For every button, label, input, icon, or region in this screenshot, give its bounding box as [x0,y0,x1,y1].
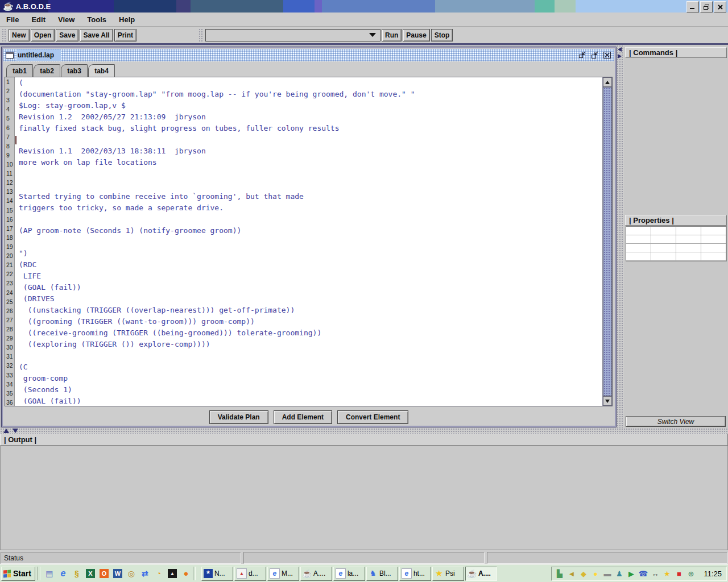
excel-icon[interactable]: X [86,569,95,578]
properties-cell[interactable] [701,235,726,244]
switch-view-button[interactable]: Switch View [626,416,726,427]
properties-cell[interactable] [676,244,701,252]
vertical-splitter[interactable] [617,43,624,428]
task-icon: e [336,568,346,579]
properties-cell[interactable] [701,244,726,252]
properties-cell[interactable] [626,244,651,252]
search-icon[interactable]: ◎ [127,569,136,578]
editor-tab[interactable]: tab2 [34,64,60,77]
plan-action-button[interactable]: Validate Plan [209,410,268,424]
run-control-button[interactable]: Stop [431,29,453,41]
code-line [19,350,602,361]
properties-cell[interactable] [676,252,701,261]
task-bluej[interactable]: ♞ Bl... [366,567,398,581]
close-icon[interactable] [714,1,726,13]
menu-item[interactable]: Tools [81,15,113,24]
menu-item[interactable]: File [0,15,25,24]
status-cell [243,552,484,564]
desktop-tool-icon[interactable]: ▙ [555,569,564,579]
printer-icon[interactable]: ▬ [602,569,612,579]
task-psi[interactable]: ★ Psi [432,567,464,581]
line-number: 9 [5,151,14,160]
scroll-down-button[interactable] [603,396,612,406]
properties-cell[interactable] [676,227,701,235]
toolbar-button[interactable]: Save All [80,29,113,41]
toolbar-button[interactable]: Save [56,29,78,41]
frame-iconify-button[interactable] [577,50,587,60]
run-target-combobox[interactable] [205,29,380,41]
schedule-icon[interactable]: ⊕ [686,569,696,579]
run-control-button[interactable]: Pause [403,29,429,41]
scrollbar-thumb[interactable] [603,87,612,396]
editor-tab[interactable]: tab3 [61,64,88,77]
collapse-left-icon[interactable] [618,47,622,52]
collapse-right-icon[interactable] [618,54,622,59]
sync-icon[interactable]: ⇄ [140,569,150,578]
task-abode-2[interactable]: ☕ A.... [300,567,332,581]
line-number: 27 [5,315,14,325]
task-la[interactable]: e la... [333,567,365,581]
menu-item[interactable]: Help [113,15,141,24]
line-number: 24 [5,288,14,297]
properties-cell[interactable] [701,227,726,235]
menu-item[interactable]: Edit [25,15,52,24]
volume-icon[interactable]: ◄ [566,569,576,579]
shell-icon[interactable]: ◆ [578,569,588,579]
restore-button[interactable] [700,1,713,13]
lightbulb-icon[interactable]: ● [590,569,600,579]
editor-tab[interactable]: tab1 [6,64,33,77]
menu-item[interactable]: View [52,15,81,24]
toolbar-button[interactable]: New [9,29,30,41]
plan-action-button[interactable]: Convert Element [337,410,408,424]
properties-cell[interactable] [651,244,676,252]
properties-cell[interactable] [626,227,651,235]
user-icon[interactable]: ♟ [614,569,624,579]
toolbar-grip[interactable] [2,28,7,42]
minimize-button[interactable] [686,1,699,13]
firefox-icon[interactable]: ● [181,569,191,578]
record-icon[interactable]: ■ [674,569,684,579]
plan-action-button[interactable]: Add Element [274,410,332,424]
star-icon[interactable]: ★ [662,569,672,579]
task-ht[interactable]: e ht... [399,567,431,581]
code-line: (DRIVES [19,293,602,305]
photo-icon[interactable]: ▲ [168,569,177,578]
internet-explorer-icon[interactable]: e [59,569,68,578]
word-icon[interactable]: W [113,569,122,578]
collapse-down-icon[interactable] [13,429,18,433]
frame-maximize-button[interactable] [590,50,599,60]
show-desktop-icon[interactable]: ▤ [45,569,54,578]
editor-tab[interactable]: tab4 [88,64,115,77]
task-m[interactable]: e M... [267,567,299,581]
properties-cell[interactable] [651,227,676,235]
clock-icon[interactable]: ◔ [154,569,163,578]
task-abode[interactable]: ☕ A.... [465,567,497,581]
run-control-button[interactable]: Run [382,29,402,41]
internal-frame-titlebar[interactable]: untitled.lap [3,49,614,61]
properties-cell[interactable] [651,252,676,261]
toolbar-button[interactable]: Open [31,29,55,41]
line-number: 30 [5,343,14,352]
network-activity-icon[interactable]: ↔ [650,569,660,579]
properties-cell[interactable] [626,252,651,261]
keys-icon[interactable]: § [72,569,81,578]
computer-play-icon[interactable]: ▶ [626,569,636,579]
properties-cell[interactable] [676,235,701,244]
editor-scrollbar[interactable] [602,77,612,406]
toolbar-grip-2[interactable] [198,28,204,42]
properties-cell[interactable] [651,235,676,244]
task-n[interactable]: * N... [201,567,233,581]
toolbar-button[interactable]: Print [114,29,136,41]
outlook-icon[interactable]: O [100,569,109,578]
code-text-area[interactable]: ((documentation "stay-groom.lap" "from m… [15,77,602,406]
scroll-up-button[interactable] [603,77,612,87]
task-d[interactable]: ▲ d... [234,567,266,581]
start-button[interactable]: Start [1,567,35,581]
frame-close-icon[interactable] [602,50,612,60]
collapse-up-icon[interactable] [3,429,9,433]
properties-cell[interactable] [626,235,651,244]
properties-cell[interactable] [701,252,726,261]
phone-icon[interactable]: ☎ [638,569,648,579]
horizontal-splitter[interactable] [0,428,728,434]
code-editor[interactable]: 1234567891011121314151617181920212223242… [5,77,613,406]
